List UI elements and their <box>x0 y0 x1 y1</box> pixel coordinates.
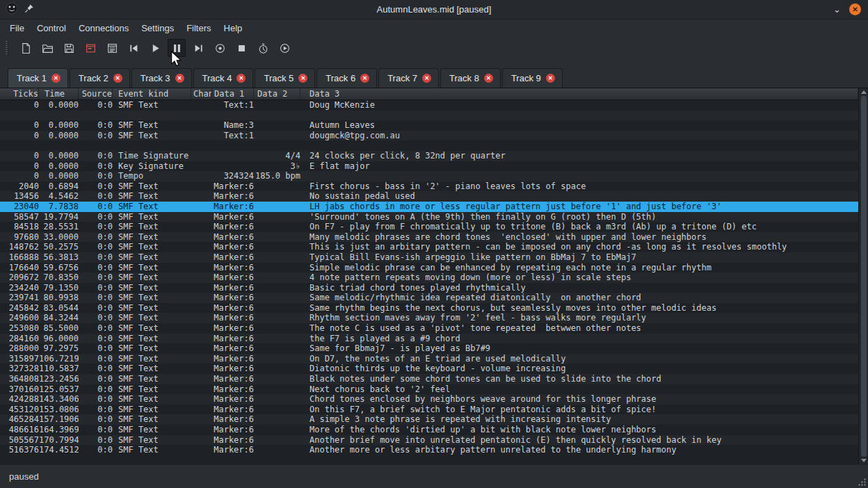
record-events-button[interactable] <box>81 39 99 57</box>
resize-grip[interactable] <box>858 478 866 486</box>
skip-forward-button[interactable] <box>189 39 207 57</box>
menubar: FileControlConnectionsSettingsFiltersHel… <box>0 19 868 36</box>
close-icon[interactable]: ✕ <box>849 3 861 15</box>
cell-data1: Marker:6 <box>212 354 254 364</box>
record-button[interactable] <box>211 39 229 57</box>
vertical-scrollbar[interactable] <box>858 88 868 464</box>
tab-close-icon[interactable]: ✕ <box>175 74 184 83</box>
tab-close-icon[interactable]: ✕ <box>546 74 555 83</box>
table-row[interactable]: 23424079.13500:0SMF TextMarker:6Basic tr… <box>0 283 858 293</box>
table-row[interactable]: 20967270.83500:0SMF TextMarker:64 note p… <box>0 273 858 283</box>
cell-chan <box>191 120 212 131</box>
tab-track-2[interactable]: Track 2✕ <box>70 68 130 88</box>
column-header-data3[interactable]: Data 3 <box>300 88 858 99</box>
tab-track-8[interactable]: Track 8✕ <box>440 68 501 88</box>
column-header-ticks[interactable]: Ticks <box>0 88 39 99</box>
cell-time: 83.0544 <box>39 303 79 314</box>
tab-close-icon[interactable]: ✕ <box>360 74 369 83</box>
table-row[interactable]: 14876250.25750:0SMF TextMarker:6This is … <box>0 242 858 252</box>
tab-close-icon[interactable]: ✕ <box>422 74 431 83</box>
toolbar-grip[interactable] <box>6 41 8 55</box>
table-row[interactable] <box>0 111 858 121</box>
table-row[interactable]: 17664059.67560:0SMF TextMarker:6Simple m… <box>0 263 858 273</box>
tab-track-6[interactable]: Track 6✕ <box>316 68 377 88</box>
column-header-time[interactable]: Time <box>39 88 79 99</box>
open-file-button[interactable] <box>38 39 56 57</box>
cell-kind: SMF Text <box>113 181 191 192</box>
cell-ticks: 424288 <box>0 394 39 405</box>
cell-data3: The note C is used as a 'pivot' tone rep… <box>300 323 858 334</box>
tab-close-icon[interactable]: ✕ <box>298 74 307 83</box>
menu-help[interactable]: Help <box>218 22 249 35</box>
table-row[interactable]: 453120153.08060:0SMF TextMarker:6On this… <box>0 405 858 415</box>
table-row[interactable]: 370160125.05370:0SMF TextMarker:6Next ch… <box>0 384 858 395</box>
table-row[interactable]: 5854719.77940:0SMF TextMarker:6'Surround… <box>0 212 858 222</box>
tab-close-icon[interactable]: ✕ <box>484 74 493 83</box>
menu-filters[interactable]: Filters <box>180 22 217 35</box>
table-row[interactable]: 28416096.00000:0SMF TextMarker:6the F7 i… <box>0 334 858 344</box>
table-row[interactable]: 20400.68940:0SMF TextMarker:6First choru… <box>0 181 858 192</box>
menu-connections[interactable]: Connections <box>72 22 135 35</box>
cell-data2 <box>254 405 300 415</box>
table-row[interactable]: 505567170.79940:0SMF TextMarker:6Another… <box>0 435 858 446</box>
cell-chan <box>191 435 212 446</box>
table-row[interactable]: 00.00000:0Key Signature3♭E flat major <box>0 161 858 172</box>
new-file-button[interactable] <box>17 39 35 57</box>
tab-track-3[interactable]: Track 3✕ <box>131 68 192 88</box>
scrollbar-thumb[interactable] <box>861 96 867 457</box>
table-row[interactable]: 230407.78380:0SMF TextMarker:6LH jabs ch… <box>0 202 858 212</box>
shade-chevron-icon[interactable]: ⌄ <box>833 5 841 14</box>
cell-data2: 185.0 bpm <box>254 171 300 181</box>
tab-track-1[interactable]: Track 1✕ <box>8 68 68 88</box>
scroll-up-icon[interactable] <box>861 90 867 94</box>
table-row[interactable]: 516376174.45120:0SMF TextMarker:6Another… <box>0 445 858 455</box>
table-row[interactable]: 9768033.00000:0SMF TextMarker:6Many melo… <box>0 232 858 243</box>
table-row[interactable]: 134564.54620:0SMF TextMarker:6No sustain… <box>0 191 858 202</box>
tab-track-7[interactable]: Track 7✕ <box>378 68 439 88</box>
table-row[interactable]: 24584283.05440:0SMF TextMarker:6Same rhy… <box>0 303 858 314</box>
table-row[interactable]: 486616164.39690:0SMF TextMarker:6More of… <box>0 425 858 435</box>
timer-button[interactable] <box>254 39 272 57</box>
tab-close-icon[interactable]: ✕ <box>236 74 246 83</box>
event-list-button[interactable] <box>103 39 121 57</box>
table-row[interactable]: 00.00000:0Time Signature4/424 clocks per… <box>0 151 858 161</box>
table-row[interactable]: 8451828.55310:0SMF TextMarker:6On F7 - p… <box>0 222 858 232</box>
table-row[interactable]: 00.00000:0Tempo324324185.0 bpm <box>0 171 858 181</box>
menu-settings[interactable]: Settings <box>135 22 180 35</box>
table-row[interactable]: 424288143.34060:0SMF TextMarker:6Chord t… <box>0 394 858 405</box>
menu-file[interactable]: File <box>3 22 31 35</box>
play-button[interactable] <box>146 39 164 57</box>
table-row[interactable]: 315897106.72190:0SMF TextMarker:6On D7, … <box>0 354 858 364</box>
table-row[interactable]: 23974180.99380:0SMF TextMarker:6Same mel… <box>0 293 858 303</box>
table-row[interactable]: 25308085.50000:0SMF TextMarker:6The note… <box>0 323 858 334</box>
table-row[interactable]: 364808123.24560:0SMF TextMarker:6Black n… <box>0 374 858 384</box>
tab-track-5[interactable]: Track 5✕ <box>255 68 315 88</box>
table-row[interactable]: 465284157.19060:0SMF TextMarker:6A simpl… <box>0 414 858 425</box>
table-row[interactable]: 16688856.38130:0SMF TextMarker:6Typical … <box>0 252 858 263</box>
table-row[interactable]: 00.00000:0SMF TextName:3Autumn Leaves <box>0 120 858 131</box>
continuous-play-button[interactable] <box>275 39 294 57</box>
table-row[interactable]: 00.00000:0SMF TextText:1Doug McKenzie <box>0 100 858 111</box>
save-file-button[interactable] <box>60 39 78 57</box>
cell-source: 0:0 <box>79 252 113 263</box>
table-row[interactable]: 28800097.29750:0SMF TextMarker:6Same for… <box>0 343 858 354</box>
pin-icon[interactable] <box>24 3 34 16</box>
table-row[interactable] <box>0 140 858 151</box>
tab-track-4[interactable]: Track 4✕ <box>193 68 254 88</box>
tab-close-icon[interactable]: ✕ <box>51 74 61 83</box>
column-header-kind[interactable]: Event kind <box>113 88 191 99</box>
column-header-source[interactable]: Source <box>79 88 113 99</box>
scroll-down-icon[interactable] <box>861 459 867 462</box>
column-header-data2[interactable]: Data 2 <box>254 88 300 99</box>
column-header-data1[interactable]: Data 1 <box>212 88 254 99</box>
tab-close-icon[interactable]: ✕ <box>113 74 122 83</box>
stop-button[interactable] <box>232 39 250 57</box>
table-row[interactable]: 00.00000:0SMF TextText:1dougmck@tpg.com.… <box>0 131 858 141</box>
tab-track-9[interactable]: Track 9✕ <box>502 68 563 88</box>
skip-backward-button[interactable] <box>124 39 143 57</box>
titlebar[interactable]: AutumnLeaves.mid [paused] ⌄ ✕ <box>0 0 868 19</box>
table-row[interactable]: 24960084.32440:0SMF TextMarker:6Rhythm s… <box>0 313 858 323</box>
column-header-chan[interactable]: Chan <box>191 88 212 99</box>
table-row[interactable]: 327328110.58370:0SMF TextMarker:6Diatoni… <box>0 364 858 374</box>
menu-control[interactable]: Control <box>31 22 72 35</box>
